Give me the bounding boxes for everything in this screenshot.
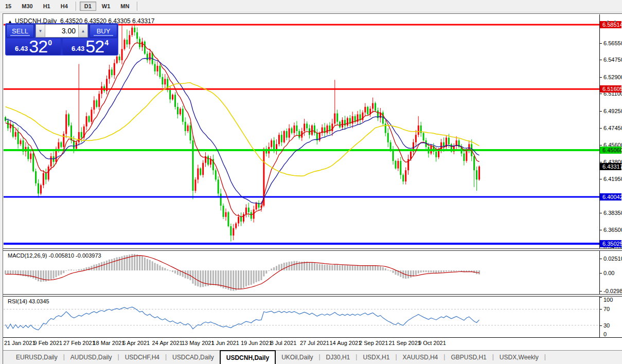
rsi-tick-label: 0: [603, 331, 607, 337]
rsi-axis: 10070300: [599, 297, 622, 337]
price-tick-mark: [600, 128, 602, 129]
sell-price-pip: 0: [48, 39, 52, 47]
date-label: 19 Jun 2021: [241, 340, 272, 346]
timeframe-button-mn[interactable]: MN: [116, 2, 134, 11]
timeframe-toolbar: 15M30H1H4D1W1MN: [0, 0, 622, 12]
buy-button[interactable]: BUY: [90, 24, 117, 38]
rsi-label: RSI(14) 43.0345: [8, 298, 49, 304]
price-tick-mark: [600, 145, 602, 145]
price-tick-label: 6.52900: [603, 74, 622, 80]
rsi-tick-label: 100: [603, 297, 613, 303]
buy-price-main: 52: [85, 39, 104, 54]
macd-label: MACD(12,26,9) -0.005810 -0.003973: [8, 252, 101, 259]
chart-tab-usdchf[interactable]: USDCHF,H4: [119, 351, 165, 364]
chart-tab-dj30[interactable]: DJ30,H1: [321, 351, 356, 364]
macd-tick-label: 0.00: [603, 270, 614, 276]
chart-tab-usdx[interactable]: USDX,H1: [357, 351, 395, 364]
volume-increase-icon[interactable]: ▲: [78, 25, 87, 37]
chart-tab-eurusd[interactable]: EURUSD,Daily: [10, 351, 63, 364]
date-label: 21 Jan 2021: [4, 340, 35, 346]
macd-axis: 0.0251080.00-0.02988: [599, 251, 622, 294]
chart-tab-xauusd[interactable]: XAUUSD,H4: [397, 351, 444, 364]
timeframe-button-m30[interactable]: M30: [17, 2, 37, 11]
tab-scroll-left-icon[interactable]: ◂: [606, 19, 609, 24]
macd-tick-mark: [600, 259, 602, 259]
price-tick-label: 6.47450: [603, 125, 622, 131]
volume-input[interactable]: [45, 25, 78, 37]
price-tick-mark: [600, 60, 602, 60]
chart-tab-audusd[interactable]: AUDUSD,Daily: [65, 351, 118, 364]
chart-tab-usdcad[interactable]: USDCAD,Daily: [167, 351, 220, 364]
price-tick-label: 6.54750: [603, 57, 622, 63]
price-tick-mark: [600, 111, 602, 112]
date-label: 18 Mar 2021: [93, 340, 125, 346]
rsi-pane: RSI(14) 43.0345 10070300: [3, 297, 622, 338]
date-axis[interactable]: 21 Jan 20219 Feb 202127 Feb 202118 Mar 2…: [3, 338, 622, 350]
sell-price-display[interactable]: 6.43 32 0: [6, 39, 61, 55]
buy-price-display[interactable]: 6.43 52 4: [63, 39, 117, 55]
volume-spinner: ▼ ▲: [35, 24, 88, 38]
price-axis[interactable]: 6.565506.547506.529006.511006.492506.474…: [599, 14, 622, 248]
timeframe-button-15[interactable]: 15: [1, 2, 16, 11]
toolbar-separator: [76, 2, 77, 11]
price-level-badge: 6.45060: [600, 147, 621, 154]
timeframe-button-w1[interactable]: W1: [97, 2, 115, 11]
rsi-tick-mark: [600, 325, 602, 326]
volume-decrease-icon[interactable]: ▼: [36, 25, 45, 37]
price-tick-label: 6.41950: [603, 176, 622, 182]
date-label: 9 Oct 2021: [418, 340, 446, 346]
date-label: 21 Sep 2021: [389, 340, 421, 346]
buy-price-pip: 4: [104, 39, 109, 47]
price-tick-mark: [600, 179, 602, 179]
date-label: 24 Apr 2021: [152, 340, 183, 346]
price-tick-mark: [600, 230, 602, 230]
chart-window: ▲USDCNH,Daily 6.43520 6.43520 6.43305 6.…: [3, 13, 622, 364]
macd-tick-mark: [600, 273, 602, 274]
chart-tab-bar: EURUSD,Daily|AUDUSD,Daily|USDCHF,H4|USDC…: [3, 350, 622, 364]
timeframe-button-d1[interactable]: D1: [80, 2, 96, 11]
macd-pane: MACD(12,26,9) -0.005810 -0.003973 0.0251…: [3, 251, 622, 294]
chart-tab-ukoil[interactable]: UKOil,Daily: [276, 351, 318, 364]
chart-tab-usdx[interactable]: USDX,Weekly: [494, 351, 544, 364]
price-level-badge: 6.40042: [600, 193, 621, 201]
chart-tab-gbpusd[interactable]: GBPUSD,H1: [445, 351, 492, 364]
date-label: 27 Feb 2021: [63, 340, 95, 346]
price-tick-mark: [600, 43, 602, 44]
price-tick-mark: [600, 77, 602, 78]
buy-price-prefix: 6.43: [72, 45, 84, 52]
rsi-tick-mark: [600, 309, 602, 310]
timeframe-button-h1[interactable]: H1: [39, 2, 55, 11]
date-label: 9 Feb 2021: [34, 340, 63, 346]
main-chart-pane: ▲USDCNH,Daily 6.43520 6.43520 6.43305 6.…: [3, 14, 622, 248]
rsi-tick-mark: [600, 297, 602, 298]
sell-button[interactable]: SELL: [6, 24, 34, 38]
date-label: 8 Jul 2021: [271, 340, 297, 346]
macd-tick-label: -0.02988: [603, 288, 622, 294]
rsi-plot[interactable]: [4, 297, 599, 337]
price-level-badge: 6.43317: [600, 163, 621, 170]
macd-tick-label: 0.025108: [603, 256, 622, 262]
date-label: 6 Apr 2021: [122, 340, 150, 346]
price-tick-label: 6.56550: [603, 40, 622, 46]
rsi-tick-label: 70: [603, 306, 610, 312]
sell-price-main: 32: [29, 39, 47, 54]
price-level-badge: 6.35025: [600, 240, 621, 247]
sell-price-prefix: 6.43: [15, 45, 28, 52]
price-tick-label: 6.38350: [603, 210, 622, 216]
price-tick-label: 6.36500: [603, 227, 622, 233]
one-click-trade-panel: SELL ▼ ▲ BUY 6.43 32 0 6.43 52 4: [5, 23, 118, 56]
date-label: 1 Jun 2021: [211, 340, 239, 346]
date-label: 27 Jul 2021: [300, 340, 329, 346]
date-label: 2 Sep 2021: [359, 340, 388, 346]
chart-tab-usdcnh[interactable]: USDCNH,Daily: [220, 350, 276, 364]
date-label: 14 Aug 2021: [330, 340, 362, 346]
macd-tick-mark: [600, 291, 602, 292]
price-tick-mark: [600, 213, 602, 213]
toolbar-separator: [137, 2, 138, 11]
tab-scroll-right-icon[interactable]: ▸: [614, 19, 617, 24]
rsi-tick-label: 30: [603, 322, 610, 329]
tab-scroll-arrows: ◂▸: [606, 19, 617, 24]
price-level-badge: 6.51605: [600, 85, 621, 93]
timeframe-button-h4[interactable]: H4: [56, 2, 73, 11]
price-tick-mark: [600, 94, 602, 94]
